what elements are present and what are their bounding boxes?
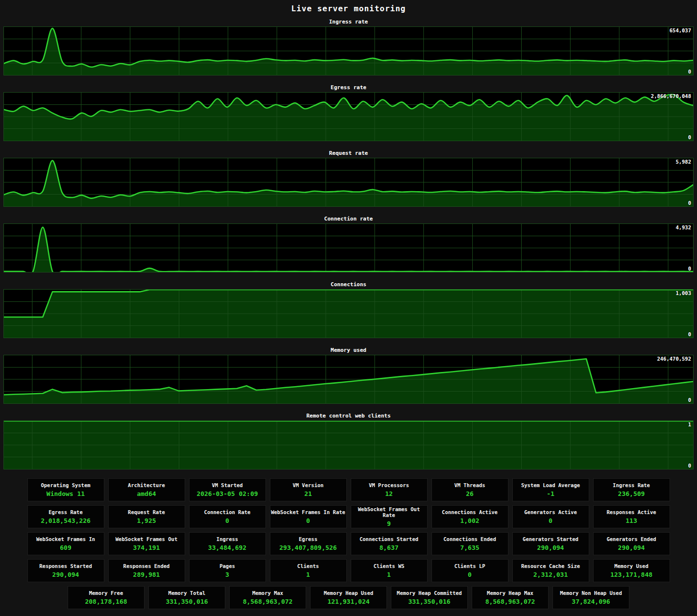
- stat-card-memory-heap-max: Memory Heap Max8,568,963,072: [472, 586, 549, 609]
- stat-label: Responses Active: [594, 509, 670, 515]
- stats-row: Operating SystemWindows 11Architectuream…: [0, 478, 697, 501]
- stat-card-connections-ended: Connections Ended7,635: [432, 532, 508, 555]
- stat-label: WebSocket Frames Out: [109, 536, 185, 542]
- stats-row: Memory Free208,178,168Memory Total331,35…: [0, 586, 697, 609]
- stat-value: 21: [270, 490, 346, 497]
- stat-label: Memory Total: [149, 590, 225, 596]
- stat-value: 2026-03-05 02:09: [190, 490, 265, 497]
- stat-value: 26: [432, 490, 508, 497]
- stat-card-resource-cache-size: Resource Cache Size2,312,031: [512, 559, 589, 582]
- y-axis-max-label: 1,003: [675, 291, 691, 296]
- stat-label: Memory Heap Committed: [391, 590, 467, 596]
- stat-value: 0: [432, 571, 508, 578]
- chart-connection-rate: Connection rate 4,932 0: [3, 216, 694, 272]
- stat-label: Resource Cache Size: [513, 563, 589, 569]
- stat-value: 33,484,692: [190, 544, 265, 551]
- stats-row: Responses Started290,094Responses Ended2…: [0, 559, 697, 582]
- chart-plot: 246,470,592 0: [3, 355, 694, 404]
- stat-value: 3: [190, 571, 265, 578]
- stat-card-memory-used: Memory Used123,171,848: [593, 559, 670, 582]
- stat-value: 374,191: [109, 544, 185, 551]
- stat-value: 2,018,543,226: [28, 517, 104, 524]
- stat-card-memory-free: Memory Free208,178,168: [68, 586, 144, 609]
- stat-label: Architecture: [109, 482, 185, 488]
- stats-row: Egress Rate2,018,543,226Request Rate1,92…: [0, 505, 697, 528]
- stat-value: 7,635: [432, 544, 508, 551]
- stat-card-websocket-frames-out-rate: WebSocket Frames Out Rate9: [351, 505, 428, 528]
- stat-card-memory-total: Memory Total331,350,016: [148, 586, 225, 609]
- chart-canvas: [4, 290, 693, 338]
- stat-value: 289,981: [109, 571, 185, 578]
- stat-label: Clients LP: [432, 563, 508, 569]
- stat-label: Generators Active: [513, 509, 589, 515]
- chart-canvas: [4, 421, 693, 469]
- stat-card-vm-processors: VM Processors12: [351, 478, 428, 501]
- stat-label: Operating System: [28, 482, 104, 488]
- stat-value: 12: [351, 490, 427, 497]
- y-axis-min-label: 0: [688, 266, 691, 271]
- stat-card-memory-heap-used: Memory Heap Used121,931,024: [310, 586, 387, 609]
- stat-card-generators-active: Generators Active0: [512, 505, 589, 528]
- chart-plot: 4,932 0: [3, 223, 694, 272]
- stat-value: 8,637: [351, 544, 427, 551]
- stat-card-clients-ws: Clients WS1: [351, 559, 428, 582]
- stat-label: Egress Rate: [28, 509, 104, 515]
- stat-label: Connection Rate: [190, 509, 265, 515]
- chart-plot: 1 0: [3, 420, 694, 469]
- stat-card-pages: Pages3: [189, 559, 266, 582]
- chart-plot: 1,003 0: [3, 289, 694, 338]
- stat-value: 1: [270, 571, 346, 578]
- stat-label: Memory Free: [68, 590, 144, 596]
- stat-card-responses-active: Responses Active113: [593, 505, 670, 528]
- stat-label: VM Started: [190, 482, 265, 488]
- stat-card-websocket-frames-in: WebSocket Frames In609: [27, 532, 104, 555]
- y-axis-max-label: 5,982: [675, 159, 691, 165]
- y-axis-max-label: 1: [688, 422, 691, 427]
- stat-label: Memory Heap Max: [472, 590, 548, 596]
- y-axis-min-label: 0: [688, 200, 691, 206]
- stat-value: 37,824,096: [553, 598, 629, 605]
- stat-label: Ingress Rate: [594, 482, 670, 488]
- stat-card-vm-started: VM Started2026-03-05 02:09: [189, 478, 266, 501]
- chart-title: Connections: [3, 281, 694, 289]
- stat-card-responses-ended: Responses Ended289,981: [108, 559, 185, 582]
- stat-value: 8,568,963,072: [230, 598, 306, 605]
- chart-memory-used: Memory used 246,470,592 0: [3, 347, 694, 404]
- stat-card-clients: Clients1: [270, 559, 347, 582]
- chart-title: Egress rate: [3, 84, 694, 92]
- stat-value: 208,178,168: [68, 598, 144, 605]
- stat-value: Windows 11: [28, 490, 104, 497]
- stat-value: 121,931,024: [311, 598, 386, 605]
- stat-value: 123,171,848: [594, 571, 670, 578]
- stat-card-egress-rate: Egress Rate2,018,543,226: [27, 505, 104, 528]
- stat-card-system-load-average: System Load Average-1: [512, 478, 589, 501]
- chart-request-rate: Request rate 5,982 0: [3, 150, 694, 207]
- stat-card-operating-system: Operating SystemWindows 11: [27, 478, 104, 501]
- stat-card-architecture: Architectureamd64: [108, 478, 185, 501]
- stat-card-generators-started: Generators Started290,094: [512, 532, 589, 555]
- chart-plot: 2,866,670,048 0: [3, 92, 694, 141]
- stat-value: 293,407,809,526: [270, 544, 346, 551]
- chart-ingress-rate: Ingress rate 654,037 0: [3, 19, 694, 75]
- stat-card-connections-active: Connections Active1,002: [432, 505, 508, 528]
- stat-card-websocket-frames-in-rate: WebSocket Frames In Rate0: [270, 505, 347, 528]
- stat-label: WebSocket Frames In Rate: [270, 509, 346, 515]
- y-axis-min-label: 0: [688, 332, 691, 337]
- stat-card-ingress: Ingress33,484,692: [189, 532, 266, 555]
- stat-card-websocket-frames-out: WebSocket Frames Out374,191: [108, 532, 185, 555]
- stat-value: 0: [270, 517, 346, 524]
- stat-label: Memory Heap Used: [311, 590, 386, 596]
- stat-label: Clients: [270, 563, 346, 569]
- stats-row: WebSocket Frames In609WebSocket Frames O…: [0, 532, 697, 555]
- chart-canvas: [4, 93, 693, 141]
- stat-card-memory-heap-committed: Memory Heap Committed331,350,016: [391, 586, 468, 609]
- stat-value: 290,094: [594, 544, 670, 551]
- y-axis-min-label: 0: [688, 69, 691, 74]
- stat-label: Connections Ended: [432, 536, 508, 542]
- stat-label: Connections Active: [432, 509, 508, 515]
- stat-card-memory-non-heap-used: Memory Non Heap Used37,824,096: [553, 586, 629, 609]
- stat-value: 331,350,016: [149, 598, 225, 605]
- stat-label: Connections Started: [351, 536, 427, 542]
- stat-value: 331,350,016: [391, 598, 467, 605]
- stat-card-ingress-rate: Ingress Rate236,509: [593, 478, 670, 501]
